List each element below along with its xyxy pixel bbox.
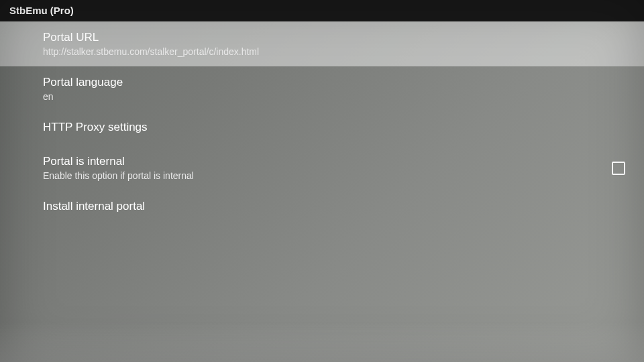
setting-title: Portal URL	[43, 31, 644, 44]
setting-title: HTTP Proxy settings	[43, 121, 644, 134]
setting-title: Portal is internal	[43, 155, 644, 168]
checkbox-container[interactable]	[612, 162, 625, 175]
setting-value: http://stalker.stbemu.com/stalker_portal…	[43, 46, 644, 57]
app-title: StbEmu (Pro)	[9, 5, 74, 16]
checkbox-icon	[612, 162, 625, 175]
setting-install-internal-portal[interactable]: Install internal portal	[0, 190, 644, 225]
setting-portal-internal[interactable]: Portal is internal Enable this option if…	[0, 145, 644, 190]
setting-subtitle: Enable this option if portal is internal	[43, 170, 644, 181]
setting-title: Install internal portal	[43, 200, 644, 213]
setting-portal-language[interactable]: Portal language en	[0, 66, 644, 111]
setting-value: en	[43, 91, 644, 102]
setting-portal-url[interactable]: Portal URL http://stalker.stbemu.com/sta…	[0, 21, 644, 66]
bottom-glow	[0, 322, 644, 362]
setting-http-proxy[interactable]: HTTP Proxy settings	[0, 111, 644, 145]
settings-list: Portal URL http://stalker.stbemu.com/sta…	[0, 21, 644, 225]
setting-title: Portal language	[43, 76, 644, 89]
app-header: StbEmu (Pro)	[0, 0, 644, 21]
